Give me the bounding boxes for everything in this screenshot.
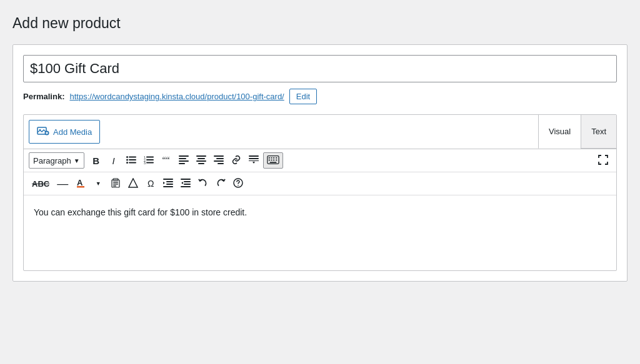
svg-rect-10: [129, 162, 136, 163]
svg-rect-42: [269, 162, 276, 163]
svg-rect-58: [184, 184, 191, 185]
svg-point-62: [238, 185, 239, 186]
text-color-button[interactable]: A: [72, 175, 89, 192]
ordered-list-button[interactable]: 1. 2. 3.: [141, 152, 157, 169]
svg-rect-53: [166, 184, 173, 185]
undo-button[interactable]: [195, 175, 211, 192]
permalink-label: Permalink:: [23, 92, 64, 101]
ordered-list-icon: 1. 2. 3.: [144, 155, 154, 166]
fullscreen-button[interactable]: [595, 152, 611, 169]
svg-rect-57: [184, 181, 191, 182]
svg-rect-54: [163, 186, 173, 187]
svg-rect-31: [249, 160, 259, 161]
paragraph-select[interactable]: Paragraph ▼: [29, 152, 84, 169]
align-right-button[interactable]: [211, 152, 227, 169]
blockquote-button[interactable]: ““: [158, 152, 174, 169]
permalink-row: Permalink: https://wordcandystaging.kins…: [23, 89, 617, 104]
svg-point-9: [126, 162, 128, 164]
svg-rect-14: [146, 159, 154, 160]
toolbar-row-2: ABC — A ▼: [24, 172, 616, 195]
horizontal-rule-button[interactable]: —: [54, 175, 71, 192]
align-left-button[interactable]: [176, 152, 192, 169]
permalink-url[interactable]: https://wordcandystaging.kinsta.cloud/pr…: [69, 92, 284, 101]
svg-rect-18: [179, 158, 186, 159]
svg-rect-37: [276, 157, 277, 158]
svg-marker-32: [252, 162, 255, 164]
clear-formatting-icon: [128, 178, 138, 190]
blockquote-icon: ““: [162, 155, 169, 165]
align-left-icon: [179, 155, 189, 166]
toolbar-row-1: Paragraph ▼ B I: [24, 149, 616, 172]
svg-rect-47: [113, 182, 118, 183]
clear-formatting-button[interactable]: [125, 175, 141, 192]
svg-rect-51: [163, 179, 173, 180]
svg-rect-28: [218, 163, 224, 164]
svg-rect-59: [181, 186, 191, 187]
svg-rect-6: [129, 156, 136, 157]
view-tabs: Visual Text: [538, 115, 616, 149]
page-title: Add new product: [12, 15, 628, 32]
special-chars-button[interactable]: Ω: [142, 175, 159, 192]
svg-rect-24: [198, 163, 204, 164]
help-icon: [233, 178, 243, 190]
svg-rect-41: [276, 159, 277, 160]
outdent-icon: [181, 179, 191, 189]
add-media-button[interactable]: Add Media: [29, 120, 100, 144]
tab-text[interactable]: Text: [581, 115, 616, 149]
svg-rect-19: [179, 160, 189, 162]
editor-text: You can exchange this gift card for $100…: [34, 207, 247, 217]
add-media-icon: [37, 125, 49, 138]
bold-button[interactable]: B: [88, 152, 104, 169]
editor-content[interactable]: You can exchange this gift card for $100…: [24, 195, 616, 270]
svg-rect-29: [249, 155, 259, 157]
indent-button[interactable]: [160, 175, 176, 192]
svg-rect-27: [214, 160, 224, 162]
paste-text-button[interactable]: [108, 175, 124, 192]
unordered-list-icon: [126, 155, 136, 166]
indent-icon: [163, 179, 173, 189]
horizontal-rule-icon: —: [57, 178, 68, 189]
chevron-down-icon: ▼: [74, 157, 80, 164]
tab-visual[interactable]: Visual: [538, 115, 581, 149]
italic-icon: I: [112, 155, 115, 166]
svg-rect-20: [179, 163, 185, 164]
svg-rect-38: [268, 159, 269, 160]
svg-rect-52: [166, 181, 173, 182]
help-button[interactable]: [230, 175, 246, 192]
editor-wrapper: Add Media Visual Text Paragraph ▼ B I: [23, 114, 617, 271]
svg-rect-44: [77, 186, 84, 188]
redo-button[interactable]: [212, 175, 229, 192]
link-button[interactable]: [228, 152, 244, 169]
svg-point-5: [126, 156, 128, 158]
paste-text-icon: [111, 178, 121, 190]
text-color-arrow-icon: ▼: [96, 180, 101, 187]
outdent-button[interactable]: [178, 175, 194, 192]
italic-button[interactable]: I: [106, 152, 122, 169]
svg-rect-17: [179, 155, 189, 157]
svg-rect-8: [129, 159, 136, 160]
permalink-edit-button[interactable]: Edit: [289, 89, 317, 104]
strikethrough-icon: ABC: [32, 179, 49, 189]
svg-marker-55: [163, 182, 165, 184]
strikethrough-button[interactable]: ABC: [29, 175, 52, 192]
fullscreen-icon: [598, 155, 608, 167]
unordered-list-button[interactable]: [123, 152, 139, 169]
keyboard-shortcuts-button[interactable]: [263, 152, 283, 169]
paragraph-label: Paragraph: [33, 156, 71, 165]
svg-rect-48: [113, 184, 118, 185]
product-title-input[interactable]: [23, 55, 617, 82]
svg-rect-36: [273, 157, 274, 158]
read-more-icon: [249, 155, 259, 166]
align-center-button[interactable]: [193, 152, 209, 169]
svg-rect-23: [196, 160, 206, 162]
keyboard-icon: [267, 155, 279, 167]
svg-text:A: A: [77, 178, 83, 187]
svg-rect-49: [113, 185, 116, 187]
align-right-icon: [214, 155, 224, 166]
special-chars-icon: Ω: [148, 179, 154, 189]
text-color-arrow-button[interactable]: ▼: [90, 175, 106, 192]
read-more-button[interactable]: [246, 152, 262, 169]
svg-rect-34: [268, 157, 269, 158]
svg-rect-22: [198, 158, 205, 159]
svg-text:3.: 3.: [144, 161, 146, 164]
